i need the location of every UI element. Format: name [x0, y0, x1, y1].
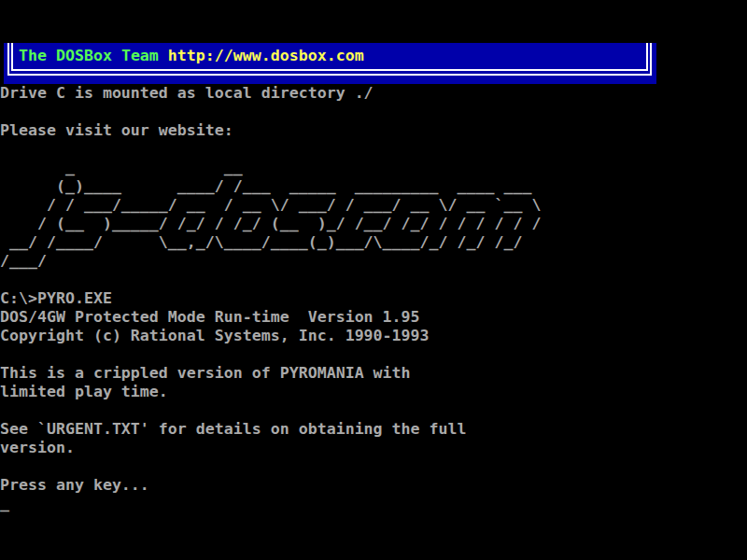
press-any-key-message: Press any key... — [0, 476, 149, 495]
dos4gw-message: DOS/4GW Protected Mode Run-time Version … — [0, 308, 430, 345]
mount-message: Drive C is mounted as local directory ./ — [0, 84, 374, 103]
jsdos-ascii-logo: _ __ (_)____ ____/ /___ _____ _________ … — [0, 159, 541, 271]
banner-url-link: http://www.dosbox.com — [168, 47, 364, 64]
banner-team-label: The DOSBox Team — [19, 47, 168, 64]
urgent-message: See `URGENT.TXT' for details on obtainin… — [0, 420, 467, 457]
text-cursor: _ — [0, 495, 9, 513]
dosbox-banner: The DOSBox Team http://www.dosbox.com — [4, 43, 656, 84]
prompt-command: C:\>PYRO.EXE — [0, 289, 112, 308]
website-message: Please visit our website: — [0, 121, 233, 140]
dosbox-terminal-screen[interactable]: The DOSBox Team http://www.dosbox.com Dr… — [0, 0, 747, 560]
banner-text: The DOSBox Team http://www.dosbox.com — [19, 47, 364, 65]
crippled-message: This is a crippled version of PYROMANIA … — [0, 364, 411, 401]
